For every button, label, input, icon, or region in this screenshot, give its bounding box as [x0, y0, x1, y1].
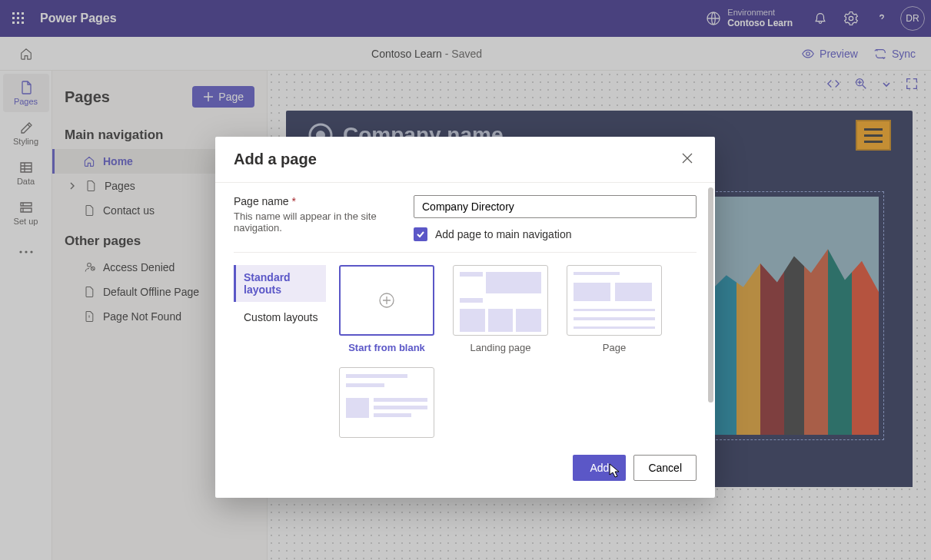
layout-landing-page[interactable]: Landing page [451, 265, 550, 353]
dialog-title: Add a page [234, 151, 317, 168]
close-icon [681, 152, 693, 164]
tab-custom-layouts[interactable]: Custom layouts [234, 305, 326, 330]
dialog-scrollbar[interactable] [708, 187, 713, 403]
layout-extra[interactable] [337, 367, 437, 438]
add-to-nav-checkbox[interactable] [414, 227, 427, 241]
tab-standard-layouts[interactable]: Standard layouts [234, 265, 326, 302]
page-name-hint: This name will appear in the site naviga… [234, 210, 395, 234]
add-to-nav-label: Add page to main navigation [435, 228, 571, 240]
dialog-close-button[interactable] [678, 149, 697, 170]
required-indicator: * [292, 195, 296, 207]
add-page-dialog: Add a page Page name * This name will ap… [215, 137, 715, 498]
layout-start-from-blank[interactable]: Start from blank [337, 265, 437, 353]
add-button[interactable]: Add [573, 455, 626, 481]
plus-circle-icon [378, 292, 395, 309]
checkmark-icon [416, 230, 425, 239]
page-name-label: Page name [234, 195, 289, 207]
layout-page[interactable]: Page [564, 265, 664, 353]
page-name-input[interactable] [414, 195, 697, 218]
cancel-button[interactable]: Cancel [633, 455, 697, 481]
